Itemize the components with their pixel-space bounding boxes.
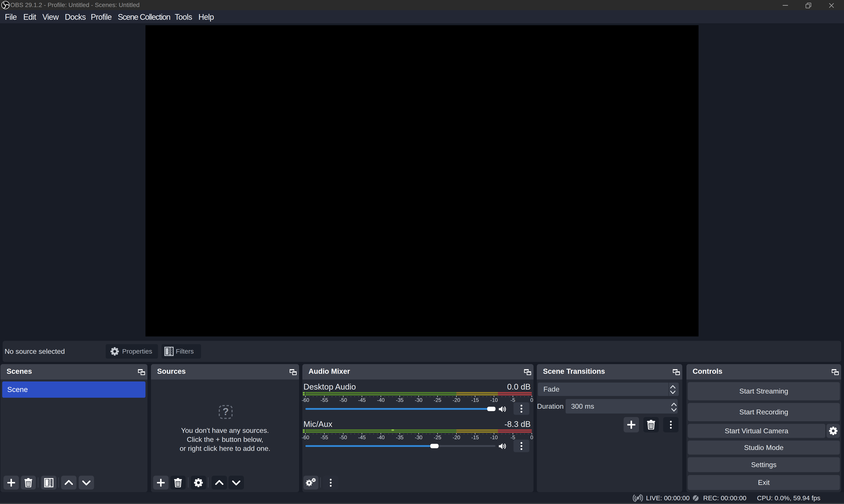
svg-text:?: ? bbox=[223, 406, 229, 417]
